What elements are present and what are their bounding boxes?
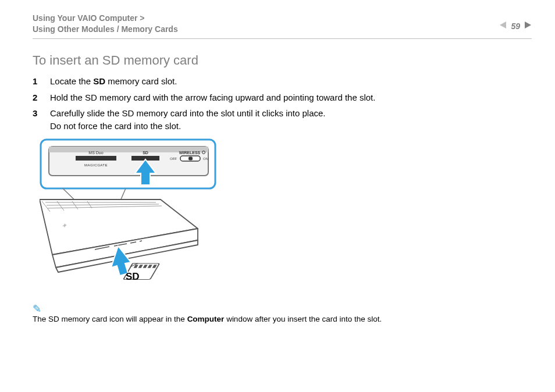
page-header: Using Your VAIO Computer > Using Other M… [33, 13, 532, 35]
svg-line-27 [140, 241, 142, 241]
next-page-icon[interactable] [524, 21, 532, 31]
panel-label-off: OFF [170, 157, 177, 161]
note-text: The SD memory card icon will appear in t… [33, 314, 532, 325]
step-number: 3 [33, 107, 40, 133]
step-text: Hold the SD memory card with the arrow f… [50, 91, 532, 104]
step-text: Carefully slide the SD memory card into … [50, 107, 532, 133]
step-number: 1 [33, 75, 40, 88]
panel-label-wireless: WIRELESS [179, 151, 201, 155]
section-title: To insert an SD memory card [33, 53, 532, 68]
prev-page-icon[interactable] [499, 21, 507, 31]
svg-rect-9 [188, 156, 193, 160]
panel-label-sd: SD [143, 151, 148, 155]
step-item: 3 Carefully slide the SD memory card int… [33, 107, 532, 133]
step-text: Locate the SD memory card slot. [50, 75, 532, 88]
page-nav: 59 [499, 13, 532, 31]
note-pencil-icon: ✎ [33, 303, 41, 314]
svg-marker-0 [500, 22, 506, 28]
panel-label-msduo: MS Duo [88, 151, 103, 155]
panel-label-on: ON [203, 157, 208, 161]
step-item: 2 Hold the SD memory card with the arrow… [33, 91, 532, 104]
step-list: 1 Locate the SD memory card slot. 2 Hold… [33, 75, 532, 133]
header-divider [33, 38, 532, 39]
breadcrumb-line1: Using Your VAIO Computer > [33, 13, 145, 23]
page: Using Your VAIO Computer > Using Other M… [0, 0, 555, 392]
sd-insertion-figure: MS Duo MAGICGATE SD WIRELESS OFF ON [40, 138, 532, 295]
breadcrumb: Using Your VAIO Computer > Using Other M… [33, 13, 178, 35]
panel-label-magicgate: MAGICGATE [84, 163, 108, 167]
step-item: 1 Locate the SD memory card slot. [33, 75, 532, 88]
page-number: 59 [511, 22, 520, 31]
svg-rect-5 [76, 156, 116, 161]
figure-sd-label: SD [126, 271, 140, 282]
step-number: 2 [33, 91, 40, 104]
breadcrumb-line2: Using Other Modules / Memory Cards [33, 24, 178, 34]
svg-marker-1 [525, 22, 531, 28]
note: ✎ [33, 303, 532, 314]
